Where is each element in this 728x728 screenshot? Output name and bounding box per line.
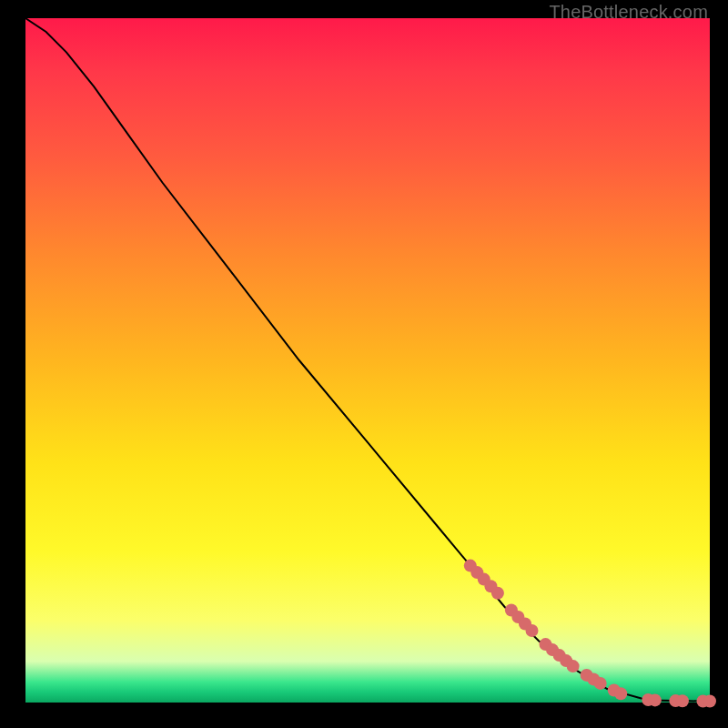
- chart-svg: [25, 18, 710, 703]
- chart-frame: TheBottleneck.com: [0, 0, 728, 728]
- data-marker: [491, 587, 504, 600]
- curve-line: [25, 18, 710, 702]
- data-marker: [614, 687, 627, 700]
- marker-group: [464, 560, 716, 708]
- data-marker: [594, 677, 607, 690]
- data-marker: [649, 693, 662, 706]
- plot-area: [25, 18, 710, 703]
- data-marker: [526, 624, 539, 637]
- data-marker: [703, 695, 716, 708]
- data-marker: [676, 694, 689, 707]
- data-marker: [567, 660, 580, 672]
